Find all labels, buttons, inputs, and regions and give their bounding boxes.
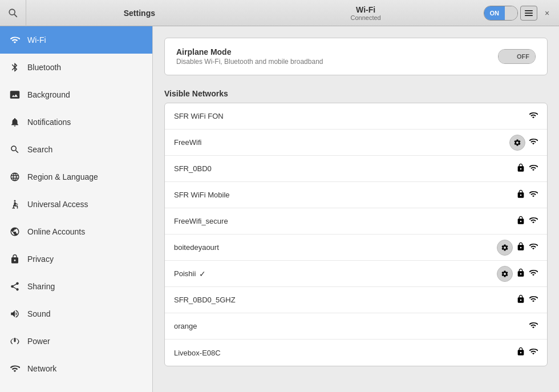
- airplane-mode-card: Airplane Mode Disables Wi-Fi, Bluetooth …: [164, 38, 548, 75]
- sidebar-item-bluetooth[interactable]: Bluetooth: [0, 54, 152, 81]
- bluetooth-icon: [9, 62, 21, 73]
- wifi-signal-icon: [529, 242, 538, 253]
- region-icon: [9, 171, 21, 183]
- sidebar-item-search[interactable]: Search: [0, 136, 152, 163]
- network-name: FreeWifi: [174, 138, 201, 147]
- toggle-on-label: ON: [484, 6, 505, 20]
- sidebar-item-background[interactable]: Background: [0, 81, 152, 108]
- sidebar-item-wifi[interactable]: Wi-Fi: [0, 26, 152, 54]
- network-item[interactable]: SFR_0BD0: [165, 156, 547, 182]
- sidebar-item-region[interactable]: Region & Language: [0, 163, 152, 191]
- network-name: boitedeyaourt: [174, 243, 219, 252]
- window-controls: ON ×: [479, 6, 560, 21]
- wifi-signal-icon: [529, 189, 538, 201]
- sidebar-item-power[interactable]: Power: [0, 328, 152, 355]
- sidebar-item-label-search: Search: [27, 145, 143, 154]
- network-item[interactable]: boitedeyaourt: [165, 235, 547, 261]
- network-name: SFR WiFi Mobile: [174, 191, 230, 199]
- sidebar-item-devices[interactable]: Devices ›: [0, 382, 152, 392]
- toggle-off-part: [505, 6, 517, 20]
- network-icons: [509, 135, 538, 151]
- lock-icon: [516, 216, 525, 227]
- networks-section-title: Visible Networks: [164, 89, 548, 98]
- network-icons: [516, 189, 538, 201]
- network-item[interactable]: orange: [165, 313, 547, 340]
- network-name: SFR_0BD0: [174, 164, 212, 173]
- close-button[interactable]: ×: [540, 6, 554, 21]
- sidebar-item-sound[interactable]: Sound: [0, 300, 152, 328]
- search-button[interactable]: [0, 0, 26, 26]
- airplane-description: Disables Wi-Fi, Bluetooth and mobile bro…: [176, 58, 323, 66]
- settings-title-section: Settings: [26, 9, 253, 18]
- notifications-icon: [9, 116, 21, 128]
- sidebar-item-network[interactable]: Network: [0, 355, 152, 382]
- lock-icon: [516, 347, 525, 358]
- network-icons: [497, 266, 538, 282]
- wifi-icon: [9, 34, 21, 46]
- lock-icon: [516, 268, 525, 280]
- sharing-icon: [9, 281, 21, 292]
- network-item[interactable]: SFR_0BD0_5GHZ: [165, 287, 547, 313]
- network-icons: [516, 163, 538, 175]
- titlebar: Settings Wi-Fi Connected ON ×: [0, 0, 559, 26]
- network-item[interactable]: FreeWifi_secure: [165, 208, 547, 235]
- network-name: SFR_0BD0_5GHZ: [174, 296, 236, 304]
- sidebar-item-privacy[interactable]: Privacy: [0, 245, 152, 273]
- svg-rect-4: [525, 15, 533, 15]
- sidebar-item-universal[interactable]: Universal Access: [0, 191, 152, 218]
- sidebar-item-sharing[interactable]: Sharing: [0, 273, 152, 300]
- sidebar-item-label-wifi: Wi-Fi: [27, 35, 143, 45]
- network-icons: [516, 216, 538, 227]
- wifi-signal-icon: [529, 294, 538, 306]
- connected-check-icon: ✓: [199, 269, 206, 278]
- sidebar-item-label-universal: Universal Access: [27, 200, 143, 209]
- sidebar-item-online[interactable]: Online Accounts: [0, 218, 152, 245]
- power-icon: [9, 336, 21, 347]
- network-item[interactable]: FreeWifi: [165, 130, 547, 156]
- sidebar-item-notifications[interactable]: Notifications: [0, 108, 152, 136]
- networks-list: SFR WiFi FONFreeWifiSFR_0BD0SFR WiFi Mob…: [164, 103, 548, 366]
- sidebar-item-label-power: Power: [27, 337, 143, 346]
- network-name: Poishii✓: [174, 269, 206, 278]
- network-item[interactable]: Poishii✓: [165, 261, 547, 287]
- sidebar-item-label-sound: Sound: [27, 309, 143, 318]
- wifi-master-toggle[interactable]: ON: [484, 6, 519, 21]
- network-icons: [529, 321, 538, 332]
- network-name: FreeWifi_secure: [174, 217, 228, 225]
- airplane-toggle[interactable]: OFF: [498, 49, 536, 64]
- network-item[interactable]: SFR WiFi Mobile: [165, 182, 547, 208]
- main-content: Wi-Fi Bluetooth Background Notifications: [0, 26, 559, 392]
- network-item[interactable]: SFR WiFi FON: [165, 103, 547, 130]
- online-icon: [9, 226, 21, 237]
- network-icons: [497, 240, 538, 256]
- wifi-signal-icon: [529, 163, 538, 175]
- network-name: orange: [174, 322, 197, 330]
- search-sidebar-icon: [9, 144, 21, 155]
- svg-line-1: [14, 14, 17, 17]
- network-icons: [516, 347, 538, 358]
- wifi-title: Wi-Fi: [356, 5, 375, 14]
- network-settings-icon[interactable]: [509, 135, 525, 151]
- svg-rect-2: [525, 10, 533, 11]
- sidebar-item-label-privacy: Privacy: [27, 254, 143, 264]
- network-settings-icon[interactable]: [497, 240, 513, 256]
- sidebar-item-label-notifications: Notifications: [27, 118, 143, 127]
- sidebar: Wi-Fi Bluetooth Background Notifications: [0, 26, 153, 392]
- sound-icon: [9, 308, 21, 320]
- wifi-signal-icon: [529, 268, 538, 280]
- network-icon: [9, 363, 21, 374]
- menu-button[interactable]: [520, 6, 537, 21]
- settings-title: Settings: [124, 9, 155, 18]
- sidebar-item-label-online: Online Accounts: [27, 227, 143, 236]
- network-item[interactable]: Livebox-E08C: [165, 340, 547, 366]
- wifi-title-section: Wi-Fi Connected: [253, 5, 479, 21]
- toggle-track: [499, 50, 511, 63]
- wifi-signal-icon: [529, 347, 538, 358]
- network-icons: [529, 111, 538, 122]
- network-settings-icon[interactable]: [497, 266, 513, 282]
- svg-rect-3: [525, 13, 533, 13]
- sidebar-item-label-background: Background: [27, 90, 143, 99]
- lock-icon: [516, 242, 525, 253]
- airplane-info: Airplane Mode Disables Wi-Fi, Bluetooth …: [176, 47, 323, 66]
- svg-point-5: [14, 200, 16, 202]
